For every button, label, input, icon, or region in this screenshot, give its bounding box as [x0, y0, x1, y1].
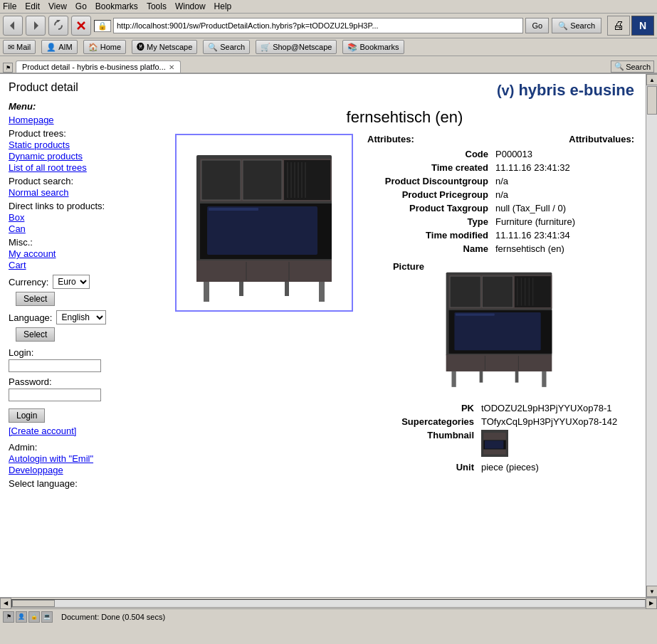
page-title: Product detail	[9, 81, 155, 94]
menu-view[interactable]: View	[48, 1, 67, 11]
search-toolbar-button[interactable]: 🔍 Search	[552, 18, 601, 33]
name-value: fernsehtisch (en)	[495, 243, 564, 254]
svg-marker-0	[10, 21, 14, 30]
admin-section: Admin: Autologin with "Emil" Developpage…	[9, 442, 155, 489]
svg-rect-30	[515, 276, 551, 307]
menu-window[interactable]: Window	[175, 1, 206, 11]
pk-value: tODOZU2L9pH3PjYYUXop78-1	[481, 403, 612, 413]
go-button[interactable]: Go	[525, 18, 549, 33]
my-account-link[interactable]: My account	[9, 248, 155, 259]
back-button[interactable]	[3, 16, 23, 36]
product-detail-tab[interactable]: Product detail - hybris e-business platf…	[16, 60, 181, 73]
bookmark-shopnetscape[interactable]: 🛒 Shop@Netscape	[256, 40, 337, 54]
type-label: Type	[367, 216, 495, 227]
left-sidebar: Product detail Menu: Homepage Product tr…	[0, 74, 164, 597]
scroll-up-arrow[interactable]: ▲	[646, 74, 657, 85]
product-trees-label: Product trees:	[9, 128, 155, 139]
scroll-track[interactable]	[646, 85, 657, 586]
developpage-link[interactable]: Developpage	[9, 465, 155, 475]
scroll-right-arrow[interactable]: ▶	[646, 598, 657, 609]
printer-icon[interactable]: 🖨	[607, 16, 630, 36]
address-icon: 🔒	[94, 20, 111, 32]
login-label: Login:	[9, 347, 155, 358]
currency-select-button[interactable]: Select	[16, 292, 55, 306]
scroll-thumb[interactable]	[647, 86, 657, 115]
static-products-link[interactable]: Static products	[9, 139, 155, 150]
login-input[interactable]	[9, 359, 101, 372]
autologin-link[interactable]: Autologin with "Emil"	[9, 453, 155, 464]
svg-rect-19	[196, 260, 332, 282]
create-account-link[interactable]: [Create account]	[9, 426, 155, 436]
discountgroup-value: n/a	[495, 176, 508, 186]
language-select-button[interactable]: Select	[16, 327, 55, 342]
bookmark-home[interactable]: 🏠 Home	[83, 40, 126, 54]
bottom-attributes: PK tODOZU2L9pH3PjYYUXop78-1 Supercategor…	[367, 403, 634, 473]
h-scroll-thumb[interactable]	[12, 600, 55, 607]
menu-go[interactable]: Go	[75, 1, 87, 11]
password-input[interactable]	[9, 389, 101, 401]
homepage-link[interactable]: Homepage	[9, 115, 155, 125]
forward-button[interactable]	[26, 16, 46, 36]
svg-rect-18	[209, 208, 258, 211]
product-image-area	[175, 134, 353, 475]
product-large-image-svg	[431, 261, 567, 389]
picture-label: Picture	[367, 261, 424, 391]
bookmarks-bar: ✉ Mail 👤 AIM 🏠 Home 🅜 My Netscape 🔍 Sear…	[0, 38, 657, 56]
cart-link[interactable]: Cart	[9, 260, 155, 270]
svg-rect-50	[483, 450, 505, 455]
main-content: (v) hybris e-busine fernsehtisch (en)	[164, 74, 646, 597]
menu-edit[interactable]: Edit	[25, 1, 40, 11]
page-content: Product detail Menu: Homepage Product tr…	[0, 74, 657, 597]
svg-rect-38	[456, 314, 495, 316]
login-button[interactable]: Login	[9, 408, 45, 423]
pk-label: PK	[367, 403, 481, 413]
svg-rect-25	[285, 282, 289, 296]
misc-label: Misc.:	[9, 237, 155, 248]
currency-row: Currency: Euro USD	[9, 275, 155, 289]
direct-links-label: Direct links to products:	[9, 201, 155, 211]
bookmark-search[interactable]: 🔍 Search	[203, 40, 250, 54]
supercategories-value: TOfyxCqL9pH3PjYYUXop78-142	[481, 416, 617, 427]
time-modified-label: Time modified	[367, 230, 495, 241]
product-large-image	[431, 261, 567, 391]
status-text: Document: Done (0.504 secs)	[61, 613, 165, 621]
list-root-trees-link[interactable]: List of all root trees	[9, 162, 155, 173]
supercategories-row: Supercategories TOfyxCqL9pH3PjYYUXop78-1…	[367, 416, 634, 427]
menu-help[interactable]: Help	[214, 1, 232, 11]
box-link[interactable]: Box	[9, 212, 155, 223]
svg-rect-37	[454, 312, 540, 350]
svg-rect-17	[207, 206, 317, 255]
normal-search-link[interactable]: Normal search	[9, 187, 155, 198]
reload-button[interactable]	[48, 16, 68, 36]
currency-select[interactable]: Euro USD	[53, 275, 90, 289]
browser-frame: File Edit View Go Bookmarks Tools Window…	[0, 0, 657, 624]
bookmark-mail[interactable]: ✉ Mail	[3, 40, 36, 54]
bookmark-mynetscape[interactable]: 🅜 My Netscape	[132, 40, 197, 54]
right-scrollbar[interactable]: ▲ ▼	[646, 74, 657, 597]
taxgroup-value: null (Tax_Full / 0)	[495, 203, 566, 213]
tab-title: Product detail - hybris e-business platf…	[22, 63, 166, 71]
menu-bookmarks[interactable]: Bookmarks	[95, 1, 138, 11]
time-modified-value: 11.11.16 23:41:34	[495, 230, 570, 241]
svg-rect-22	[204, 282, 209, 302]
tab-close-icon[interactable]: ✕	[169, 63, 174, 71]
svg-rect-43	[542, 371, 546, 387]
scroll-left-arrow[interactable]: ◀	[0, 598, 11, 609]
brand-logo: (v) hybris e-busine	[497, 81, 634, 100]
svg-rect-29	[483, 276, 513, 307]
stop-button[interactable]	[71, 16, 91, 36]
scroll-down-arrow[interactable]: ▼	[646, 586, 657, 597]
dynamic-products-link[interactable]: Dynamic products	[9, 151, 155, 162]
menu-tools[interactable]: Tools	[147, 1, 167, 11]
time-created-value: 11.11.16 23:41:32	[495, 162, 570, 173]
tab-search-button[interactable]: 🔍 Search	[611, 60, 654, 73]
bookmark-bookmarks[interactable]: 📚 Bookmarks	[342, 40, 404, 54]
h-scroll-track[interactable]	[11, 599, 646, 608]
menu-file[interactable]: File	[3, 1, 16, 11]
can-link[interactable]: Can	[9, 223, 155, 234]
bookmark-aim[interactable]: 👤 AIM	[41, 40, 78, 54]
printer-area: 🖨 N	[607, 16, 654, 36]
language-select[interactable]: English German	[56, 310, 106, 324]
address-input[interactable]	[113, 18, 523, 33]
horizontal-scrollbar[interactable]: ◀ ▶	[0, 597, 657, 608]
